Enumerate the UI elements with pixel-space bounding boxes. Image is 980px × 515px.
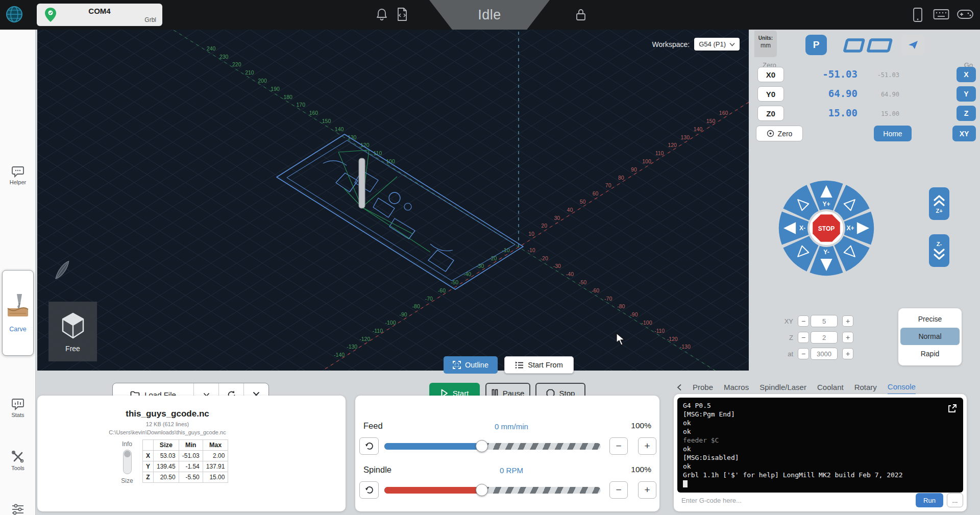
preset-rapid[interactable]: Rapid [900,345,960,362]
sidebar-item-helper[interactable]: Helper [0,165,36,185]
z-position: 15.00 [775,107,857,118]
camera-mode-label: Free [65,345,80,353]
xy-step-increment[interactable]: + [842,315,853,327]
tab-coolant[interactable]: Coolant [817,383,844,394]
console-more-button[interactable]: ... [947,493,963,507]
svg-text:-120: -120 [667,336,678,342]
svg-text:150: 150 [706,118,716,124]
console-line: feeder $C [683,436,958,445]
camera-view-cube[interactable]: Free [48,302,97,361]
go-x-button[interactable]: X [957,67,976,82]
units-toggle[interactable]: Units: mm [754,31,777,57]
gantry-icon[interactable] [835,36,896,55]
spindle-increase-button[interactable]: + [638,481,656,499]
remote-mobile-icon[interactable] [913,7,923,22]
sidebar-item-stats[interactable]: Stats [0,398,36,418]
z-step-input[interactable] [811,331,838,344]
switch-knob [124,451,131,457]
file-meta: 12 KB (612 lines) [91,421,244,427]
zero-all-button[interactable]: Zero [756,126,803,141]
toolpath-visualizer[interactable]: 102030405060708090100110120130140150160-… [37,30,749,371]
svg-text:110: 110 [655,150,664,156]
tab-macros[interactable]: Macros [724,383,749,394]
sidebar-item-carve[interactable]: Carve [2,270,34,356]
svg-text:-70: -70 [604,296,612,302]
feed-decrease-button[interactable]: − [609,437,628,455]
park-button[interactable]: P [805,35,827,55]
sidebar-item-tools[interactable]: Tools [0,450,36,471]
feed-increase-button[interactable]: + [638,437,656,455]
go-to-button[interactable] [901,35,925,55]
tabs-scroll-left-icon[interactable] [677,384,682,391]
console-output[interactable]: G4 P0.5 [MSG:Pgm End] ok ok feeder $C ok… [677,398,963,493]
y-position: 64.90 [775,88,857,99]
config-icon [11,503,24,515]
feed-slider-knob[interactable] [476,440,488,452]
spindle-slider-knob[interactable] [476,484,488,496]
svg-text:-140: -140 [334,352,345,358]
xy-step-decrement[interactable]: − [798,315,809,327]
console-line: ok [683,427,958,436]
info-toggle-label: Info [112,440,142,448]
file-dimensions-table: Size Min Max X 53.03 -51.03 2.00 Y 139.4… [142,439,228,483]
workspace-select[interactable]: G54 (P1) [694,38,740,51]
sidebar-item-config[interactable]: Config [0,503,36,515]
file-path: C:\Users\kevin\Downloads\this_guys_gcode… [81,429,254,435]
jog-z-plus-button[interactable]: Z+ [929,187,949,220]
jog-feed-row: at − + [754,348,867,360]
rapid-move-lines [338,150,430,252]
jog-axis-label: Y+ [822,201,830,208]
go-z-button[interactable]: Z [957,106,976,121]
start-from-button[interactable]: Start From [504,356,574,374]
home-button[interactable]: Home [874,126,912,141]
gamepad-icon[interactable] [957,8,974,20]
start-from-icon [515,361,524,369]
gsender-app: COM4 Grbl Idle [0,0,980,515]
x-position: -51.03 [775,68,857,80]
sidebar: Helper Carve Stats [0,30,36,515]
z-step-increment[interactable]: + [842,332,853,343]
feed-reset-button[interactable] [359,437,379,455]
jog-pad[interactable]: X+Y-X-Y+STOP [778,180,875,277]
svg-text:140: 140 [694,126,703,132]
go-y-button[interactable]: Y [957,86,976,102]
notifications-bell-icon[interactable] [376,8,388,21]
svg-text:10: 10 [528,231,534,237]
run-gcode-button[interactable]: Run [916,493,943,507]
expand-console-icon[interactable] [947,404,957,414]
keyboard-shortcuts-icon[interactable] [933,9,949,20]
preset-normal[interactable]: Normal [900,328,960,345]
spindle-override-percent: 100% [631,465,651,474]
jog-z-minus-button[interactable]: Z- [929,234,949,267]
svg-text:-130: -130 [680,344,691,350]
spindle-decrease-button[interactable]: − [609,481,628,499]
xy-step-input[interactable] [811,315,838,327]
tab-console[interactable]: Console [888,382,916,395]
spindle-slider[interactable] [384,487,601,494]
preset-precise[interactable]: Precise [900,310,960,328]
view-cube-icon [58,310,88,342]
jog-feed-input[interactable] [811,348,838,360]
feed-slider[interactable] [384,443,601,450]
go-xy-button[interactable]: XY [952,126,976,141]
gcode-input[interactable] [677,497,912,504]
tab-spindle-laser[interactable]: Spindle/Laser [760,383,806,394]
svg-text:-40: -40 [566,271,574,277]
tool-marker [359,158,365,208]
jog-xy-step-row: XY − + [754,315,867,328]
spindle-reset-button[interactable] [359,481,379,499]
z-step-decrement[interactable]: − [798,332,809,343]
jog-feed-increment[interactable]: + [842,348,853,359]
jog-axis-label: Y- [823,249,829,256]
console-line: Grbl 1.1h ['$' for help] LongMill MK2 bu… [683,471,958,479]
console-cursor [683,480,688,487]
connection-widget[interactable]: COM4 Grbl [37,4,162,26]
tab-rotary[interactable]: Rotary [854,383,877,394]
gcode-file-icon[interactable] [396,7,408,21]
jog-feed-decrement[interactable]: − [798,348,809,359]
outline-button[interactable]: Outline [444,356,498,374]
info-size-switch[interactable] [123,450,132,474]
lock-icon[interactable] [575,8,587,21]
tab-probe[interactable]: Probe [693,383,713,394]
visualizer-canvas: 102030405060708090100110120130140150160-… [37,30,749,371]
